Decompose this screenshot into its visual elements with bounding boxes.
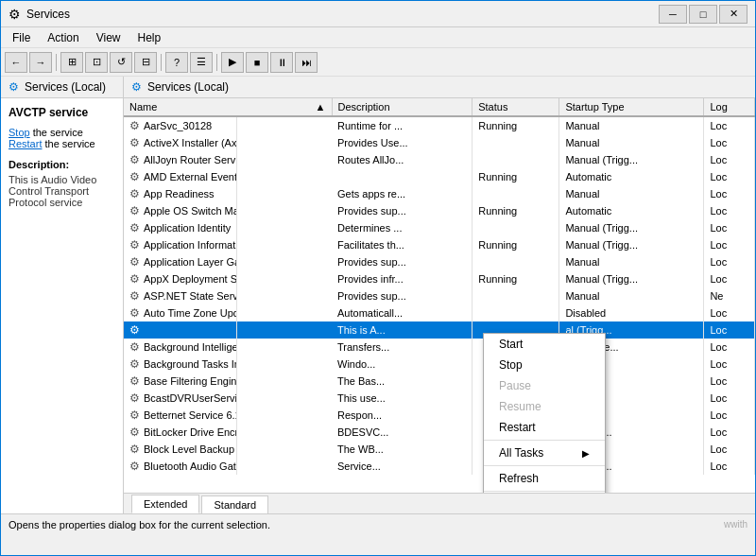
table-row[interactable]: ⚙App ReadinessGets apps re...ManualLoc xyxy=(124,185,755,202)
service-description-cell: Provides sup... xyxy=(332,253,472,270)
ctx-sep-2 xyxy=(484,465,605,466)
restart-service-text: the service xyxy=(42,138,94,149)
back-button[interactable]: ← xyxy=(5,52,27,73)
services-panel-title: Services (Local) xyxy=(147,80,229,94)
service-row-icon: ⚙ xyxy=(129,340,140,354)
table-row[interactable]: ⚙Application Layer Gateway S...Provides … xyxy=(124,253,755,270)
properties-button[interactable]: ☰ xyxy=(190,52,213,73)
show-console-tree-button[interactable]: ⊞ xyxy=(60,52,83,73)
maximize-button[interactable]: □ xyxy=(689,5,717,24)
table-row[interactable]: ⚙Apple OS Switch ManagerProvides sup...R… xyxy=(124,202,755,219)
title-bar: ⚙ Services ─ □ ✕ xyxy=(1,1,755,27)
service-log-cell: Loc xyxy=(704,202,755,219)
ctx-start[interactable]: Start xyxy=(484,334,605,355)
service-description-cell: The WB... xyxy=(332,441,472,458)
service-row-icon: ⚙ xyxy=(129,374,140,388)
tab-standard[interactable]: Standard xyxy=(201,495,268,513)
title-bar-controls: ─ □ ✕ xyxy=(659,5,747,24)
ctx-sep-1 xyxy=(484,440,605,441)
refresh-button[interactable]: ↺ xyxy=(110,52,132,73)
minimize-button[interactable]: ─ xyxy=(659,5,687,24)
table-row[interactable]: ⚙This is A...al (Trigg...Loc xyxy=(124,321,755,339)
toolbar: ← → ⊞ ⊡ ↺ ⊟ ? ☰ ▶ ■ ⏸ ⏭ xyxy=(1,48,755,77)
start-service-button[interactable]: ▶ xyxy=(221,52,244,73)
menu-view[interactable]: View xyxy=(89,29,129,46)
forward-button[interactable]: → xyxy=(29,52,52,73)
service-row-icon: ⚙ xyxy=(129,306,140,320)
table-row[interactable]: ⚙Background Intelligent Tran...Transfers… xyxy=(124,339,755,356)
service-row-icon: ⚙ xyxy=(129,204,140,217)
help-button[interactable]: ? xyxy=(165,52,188,73)
service-name-cell: AMD External Events Utility xyxy=(144,171,237,182)
menu-action[interactable]: Action xyxy=(40,29,86,46)
col-header-description[interactable]: Description xyxy=(332,98,472,116)
table-row[interactable]: ⚙BcastDVRUserService_30128This use...alL… xyxy=(124,390,755,407)
toolbar-sep-1 xyxy=(56,54,57,71)
table-row[interactable]: ⚙Base Filtering EngineThe Bas...aticLoc xyxy=(124,373,755,390)
service-startup-cell: Manual xyxy=(559,116,704,134)
restart-service-link[interactable]: Restart xyxy=(9,138,42,149)
table-row[interactable]: ⚙BitLocker Drive Encryption S...BDESVC..… xyxy=(124,424,755,441)
restart-service-link-container: Restart the service xyxy=(9,138,115,149)
service-description-cell: Facilitates th... xyxy=(332,236,472,253)
service-log-cell: Loc xyxy=(704,134,755,151)
table-row[interactable]: ⚙Block Level Backup Engine S...The WB...… xyxy=(124,441,755,458)
service-row-icon: ⚙ xyxy=(129,255,140,269)
ctx-restart[interactable]: Restart xyxy=(484,417,605,438)
service-name-cell: BitLocker Drive Encryption S... xyxy=(144,426,237,438)
table-row[interactable]: ⚙AarSvc_30128Runtime for ...RunningManua… xyxy=(124,116,755,134)
export-button[interactable]: ⊟ xyxy=(134,52,157,73)
table-row[interactable]: ⚙ActiveX Installer (AxInstSV)Provides Us… xyxy=(124,134,755,151)
service-row-icon: ⚙ xyxy=(129,238,140,252)
close-button[interactable]: ✕ xyxy=(719,5,747,24)
table-header-row: Name ▲ Description Status Startup Type L… xyxy=(124,98,755,116)
stop-service-link[interactable]: Stop xyxy=(9,127,30,138)
service-log-cell: Loc xyxy=(704,304,755,321)
service-log-cell: Loc xyxy=(704,339,755,356)
service-log-cell: Ne xyxy=(704,287,755,304)
table-row[interactable]: ⚙Bluetooth Audio Gateway Se...Service...… xyxy=(124,458,755,475)
service-name-cell: ASP.NET State Service xyxy=(144,290,237,302)
col-header-startup[interactable]: Startup Type xyxy=(559,98,704,116)
service-row-icon: ⚙ xyxy=(129,426,140,439)
ctx-refresh[interactable]: Refresh xyxy=(484,468,605,489)
description-text: This is Audio Video Control Transport Pr… xyxy=(9,174,115,208)
service-log-cell: Loc xyxy=(704,321,755,339)
table-row[interactable]: ⚙Application InformationFacilitates th..… xyxy=(124,236,755,253)
services-table-container[interactable]: Name ▲ Description Status Startup Type L… xyxy=(124,98,755,493)
menu-help[interactable]: Help xyxy=(130,29,169,46)
table-row[interactable]: ⚙Betternet Service 6.12.1Respon...Loc xyxy=(124,407,755,424)
col-header-status[interactable]: Status xyxy=(472,98,559,116)
ctx-all-tasks[interactable]: All Tasks ▶ xyxy=(484,443,605,463)
tab-extended[interactable]: Extended xyxy=(131,495,199,513)
up-button[interactable]: ⊡ xyxy=(85,52,108,73)
col-header-log[interactable]: Log xyxy=(704,98,755,116)
restart-service-button[interactable]: ⏭ xyxy=(295,52,318,73)
service-startup-cell: Manual (Trigg... xyxy=(559,219,704,236)
service-description-cell: BDESVC... xyxy=(332,424,472,441)
menu-file[interactable]: File xyxy=(5,29,38,46)
col-header-name[interactable]: Name ▲ xyxy=(124,98,332,116)
service-log-cell: Loc xyxy=(704,390,755,407)
ctx-stop[interactable]: Stop xyxy=(484,355,605,375)
service-name-cell: Auto Time Zone Updater xyxy=(144,307,237,319)
table-row[interactable]: ⚙Auto Time Zone UpdaterAutomaticall...Di… xyxy=(124,304,755,321)
service-status-cell: Running xyxy=(472,168,559,185)
service-row-icon: ⚙ xyxy=(129,272,140,286)
stop-service-link-container: Stop the service xyxy=(9,127,115,138)
table-row[interactable]: ⚙AllJoyn Router ServiceRoutes AllJo...Ma… xyxy=(124,151,755,168)
service-description-cell: Runtime for ... xyxy=(332,116,472,134)
pause-service-button[interactable]: ⏸ xyxy=(270,52,293,73)
table-row[interactable]: ⚙AMD External Events UtilityRunningAutom… xyxy=(124,168,755,185)
table-row[interactable]: ⚙Application IdentityDetermines ...Manua… xyxy=(124,219,755,236)
service-description-cell: Automaticall... xyxy=(332,304,472,321)
service-log-cell: Loc xyxy=(704,168,755,185)
main-area: ⚙ Services (Local) AVCTP service Stop th… xyxy=(1,77,755,513)
table-row[interactable]: ⚙Background Tasks Infrastruc...Windo...a… xyxy=(124,356,755,373)
table-row[interactable]: ⚙AppX Deployment Service (A...Provides i… xyxy=(124,270,755,287)
service-description-cell: Provides Use... xyxy=(332,134,472,151)
service-name-cell: ActiveX Installer (AxInstSV) xyxy=(144,137,237,148)
left-panel: ⚙ Services (Local) AVCTP service Stop th… xyxy=(1,77,124,513)
table-row[interactable]: ⚙ASP.NET State ServiceProvides sup...Man… xyxy=(124,287,755,304)
stop-service-button[interactable]: ■ xyxy=(246,52,268,73)
